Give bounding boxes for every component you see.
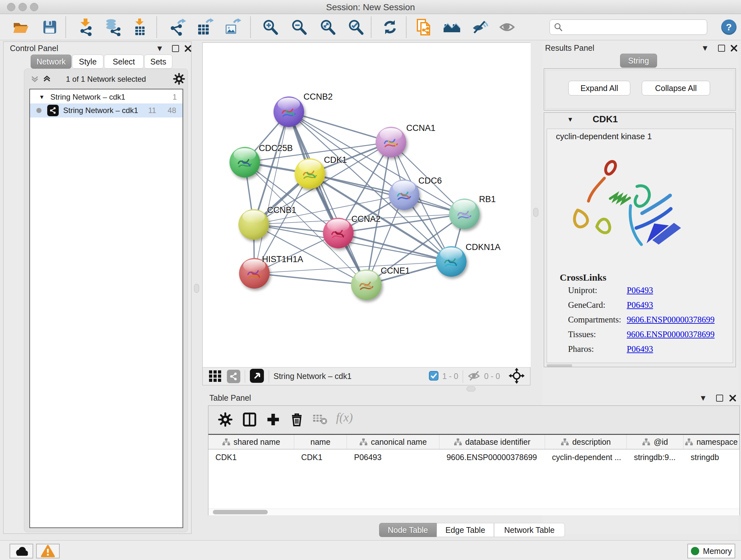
table-scroll-thumb[interactable]	[213, 510, 268, 514]
network-node-CCNA2[interactable]	[323, 218, 354, 248]
share-network-icon[interactable]	[227, 370, 240, 383]
network-node-CCNB2[interactable]	[273, 97, 304, 127]
table-cell[interactable]: CDK1	[294, 450, 347, 464]
hide-selected-eye-slash-icon[interactable]	[470, 18, 488, 36]
crosslink-link[interactable]: P06493	[627, 286, 653, 295]
tab-node-table[interactable]: Node Table	[379, 523, 436, 537]
node-label-HIST1H1A: HIST1H1A	[262, 254, 303, 264]
save-session-icon[interactable]	[41, 18, 59, 36]
table-panel-float-icon[interactable]: ▼	[701, 394, 705, 401]
zoom-out-icon[interactable]	[290, 18, 308, 36]
tab-edge-table[interactable]: Edge Table	[436, 523, 494, 537]
crosslink-link[interactable]: 9606.ENSP00000378699	[627, 315, 715, 325]
tab-select[interactable]: Select	[104, 55, 144, 69]
table-panel-maximize-icon[interactable]	[716, 395, 723, 401]
network-canvas[interactable]: CCNB2CCNA1CDC25BCDK1CDC6RB1CCNB1CCNA2CDK…	[203, 43, 531, 367]
expand-all-button[interactable]: Expand All	[568, 81, 630, 96]
grid-view-icon[interactable]	[208, 369, 222, 384]
network-tree-root-row[interactable]: ▼ String Network – cdk1 1	[30, 90, 183, 104]
network-node-CDC6[interactable]	[389, 179, 419, 210]
table-row[interactable]: CDK1CDK1P064939606.ENSP00000378699cyclin…	[208, 450, 739, 464]
column-header-shared-name[interactable]: shared name	[208, 435, 294, 449]
bottom-splitter-handle[interactable]	[467, 386, 475, 391]
control-panel-float-icon[interactable]: ▼	[157, 45, 162, 52]
results-panel-close-icon[interactable]	[730, 44, 738, 53]
help-button[interactable]: ?	[721, 19, 737, 35]
results-hscroll-thumb[interactable]	[547, 364, 572, 367]
table-cell[interactable]: cyclin-dependent ...	[545, 450, 627, 464]
houses-icon[interactable]	[443, 18, 461, 36]
network-node-CCNA1[interactable]	[376, 127, 406, 158]
left-splitter-handle[interactable]	[194, 284, 199, 293]
edge-HIST1H1A-CCNE1[interactable]	[254, 273, 366, 285]
control-panel-maximize-icon[interactable]	[172, 45, 179, 52]
tree-collapse-icon[interactable]: ▼	[39, 94, 45, 101]
results-panel-maximize-icon[interactable]	[718, 45, 725, 52]
column-header-name[interactable]: name	[294, 435, 347, 449]
export-network-icon[interactable]	[169, 18, 186, 36]
table-settings-gear-icon[interactable]	[218, 412, 232, 428]
memory-button[interactable]: Memory	[687, 544, 735, 558]
table-panel-close-icon[interactable]	[729, 394, 737, 403]
entry-collapse-icon[interactable]: ▼	[567, 116, 574, 123]
protein-structure-image	[556, 147, 690, 259]
table-cell[interactable]: stringdb	[684, 450, 739, 464]
import-table-file-icon[interactable]	[131, 18, 149, 36]
column-header-namespace[interactable]: namespace	[684, 435, 739, 449]
column-header--id[interactable]: @id	[627, 435, 684, 449]
crosshair-navigate-icon[interactable]	[509, 368, 525, 385]
zoom-in-icon[interactable]	[262, 18, 280, 36]
column-header-canonical-name[interactable]: canonical name	[347, 435, 440, 449]
search-input[interactable]	[563, 23, 700, 32]
selected-checkbox-icon[interactable]	[429, 371, 439, 382]
collapse-all-button[interactable]: Collapse All	[642, 81, 710, 96]
delete-table-icon[interactable]	[313, 412, 328, 427]
right-splitter-handle[interactable]	[533, 208, 538, 217]
tab-string[interactable]: String	[620, 54, 657, 68]
import-network-database-icon[interactable]	[104, 18, 121, 36]
crosslink-link[interactable]: 9606.ENSP00000378699	[627, 329, 715, 339]
table-cell[interactable]: CDK1	[208, 450, 294, 464]
table-cell[interactable]: 9606.ENSP00000378699	[440, 450, 545, 464]
tab-network-table[interactable]: Network Table	[494, 523, 565, 537]
network-tree-child-row[interactable]: String Network – cdk1 11 48	[30, 104, 183, 118]
control-panel-close-icon[interactable]	[184, 45, 192, 54]
create-column-plus-icon[interactable]	[266, 412, 280, 428]
hidden-eye-slash-icon[interactable]	[468, 370, 481, 383]
crosslink-link[interactable]: P06493	[627, 300, 653, 310]
crosslink-link[interactable]: P06493	[627, 344, 653, 354]
import-network-file-icon[interactable]	[77, 18, 94, 36]
column-header-database-identifier[interactable]: database identifier	[440, 435, 545, 449]
open-session-icon[interactable]	[12, 18, 30, 36]
warning-status-button[interactable]	[36, 544, 60, 558]
tab-network[interactable]: Network	[30, 55, 71, 69]
results-panel-float-icon[interactable]: ▼	[703, 44, 708, 51]
network-node-CCNE1[interactable]	[351, 269, 382, 300]
column-header-description[interactable]: description	[545, 435, 627, 449]
network-node-CDKN1A[interactable]	[436, 246, 467, 277]
function-builder-fx[interactable]: f(x)	[336, 410, 353, 424]
refresh-icon[interactable]	[381, 18, 399, 36]
network-node-CDK1[interactable]	[294, 159, 325, 189]
birdseye-view-icon[interactable]	[250, 368, 264, 384]
duplicate-network-icon[interactable]	[415, 18, 433, 36]
network-node-RB1[interactable]	[449, 199, 480, 229]
delete-column-trash-icon[interactable]	[289, 412, 304, 428]
cloud-status-button[interactable]	[10, 544, 33, 558]
network-node-CDC25B[interactable]	[229, 147, 260, 178]
title-bar: Session: New Session	[0, 0, 741, 14]
show-columns-icon[interactable]	[242, 412, 257, 428]
zoom-selected-icon[interactable]	[347, 18, 365, 36]
show-all-eye-icon[interactable]	[498, 18, 516, 36]
tab-sets[interactable]: Sets	[144, 55, 172, 69]
tab-style[interactable]: Style	[72, 55, 104, 69]
table-cell[interactable]: stringdb:9...	[627, 450, 684, 464]
table-horizontal-scrollbar[interactable]	[208, 509, 739, 515]
table-cell[interactable]: P06493	[347, 450, 440, 464]
edge-CCNB2-HIST1H1A[interactable]	[254, 112, 289, 273]
network-node-CCNB1[interactable]	[239, 209, 269, 240]
export-table-icon[interactable]	[196, 18, 214, 36]
export-image-icon[interactable]	[223, 18, 241, 36]
network-options-gear-icon[interactable]	[173, 73, 185, 86]
zoom-fit-icon[interactable]	[319, 18, 337, 36]
